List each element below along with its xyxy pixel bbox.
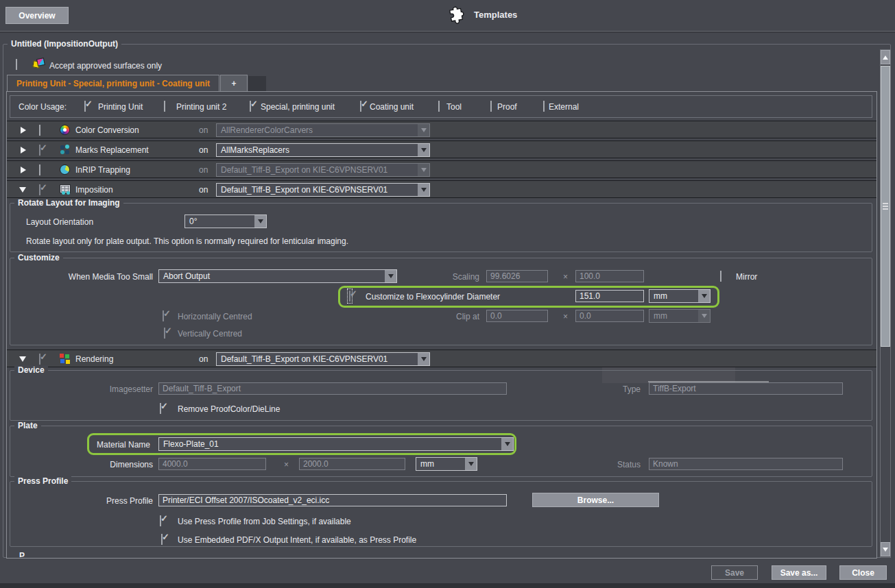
horizontally-centred-label: Horizontally Centred [178,312,252,321]
layout-orientation-dropdown[interactable]: 0° [184,215,267,228]
status-field[interactable] [649,458,843,470]
expander-right-icon[interactable] [21,147,26,154]
color-usage-coating-unit-checkbox[interactable] [360,101,361,112]
step-label: Color Conversion [75,125,139,135]
color-usage-external-checkbox[interactable] [543,101,545,112]
color-usage-option-label: Proof [497,102,517,112]
color-usage-printing-unit-checkbox[interactable] [84,101,86,112]
step-label: Rendering [75,354,113,364]
on-label: on [199,354,208,364]
dropdown-arrow-icon [254,215,266,228]
horizontally-centred-checkbox[interactable] [163,310,164,321]
dropdown-arrow-icon [501,438,513,450]
browse-button[interactable]: Browse... [532,493,659,507]
dimension-y-field[interactable] [299,458,405,470]
dimension-x-field[interactable] [158,458,266,470]
scroll-down-button[interactable] [881,542,890,556]
mirror-label: Mirror [736,272,757,282]
header-bar: Overview Templates [0,0,895,32]
device-type-field[interactable] [649,382,843,395]
overview-button[interactable]: Overview [5,7,69,24]
expander-right-icon[interactable] [21,127,26,134]
color-usage-printing-unit-2-checkbox[interactable] [164,101,165,112]
scroll-up-button[interactable] [881,50,890,64]
close-button[interactable]: Close [839,565,887,580]
scaling-x-field[interactable] [486,270,548,282]
times-symbol: × [284,460,289,469]
marks-replacement-checkbox[interactable] [39,145,40,156]
rendering-target-dropdown[interactable]: Default_Tiff-B_Export on KIE-C6VPNSERV01 [216,352,430,366]
dropdown-value: Abort Output [159,270,385,282]
flexocylinder-checkbox[interactable] [349,291,350,302]
color-conversion-checkbox[interactable] [39,125,40,136]
use-pdfx-intent-checkbox[interactable] [161,534,163,545]
accept-approved-checkbox[interactable] [16,59,17,70]
save-as-button[interactable]: Save as... [772,565,826,580]
step-row-inrip-trapping: InRIP Trapping on Default_Tiff-B_Export … [7,160,876,178]
clip-x-field[interactable] [486,310,548,322]
groupbox-title: Untitled (ImpositionOutput) [8,39,121,49]
step-label: InRIP Trapping [75,165,130,175]
remove-proofcolor-checkbox[interactable] [160,403,161,414]
dropdown-arrow-icon [418,353,429,365]
on-label: on [199,185,208,195]
color-usage-option-label: Printing Unit [98,102,143,112]
imposition-checkbox[interactable] [39,184,40,195]
templates-window: Overview Templates Untitled (ImpositionO… [0,0,895,588]
device-group: Device Imagesetter Type Remove ProofColo… [10,370,872,421]
remove-proofcolor-label: Remove ProofColor/DieLine [178,404,280,414]
marks-replacement-target-dropdown[interactable]: AllMarksReplacers [216,143,430,157]
use-pdfx-intent-label: Use Embedded PDF/X Output Intent, if ava… [178,535,416,545]
dropdown-value: AllRendererColorCarvers [217,124,418,136]
save-button[interactable]: Save [711,565,758,580]
step-row-imposition: Imposition on Default_Tiff-B_Export on K… [7,180,876,198]
dropdown-arrow-icon [418,184,429,196]
imposition-icon [60,184,71,193]
marks-replacement-icon [60,144,71,155]
dropdown-arrow-icon [418,164,429,176]
dropdown-value: Default_Tiff-B_Export on KIE-C6VPNSERV01 [217,184,418,196]
scaling-y-field[interactable] [575,270,644,282]
arrow-up-icon [883,53,888,60]
press-profile-field[interactable] [158,494,507,506]
scrollbar-thumb[interactable] [881,66,890,347]
clip-unit-dropdown[interactable]: mm [649,309,711,323]
mirror-checkbox[interactable] [720,271,721,282]
step-label: Imposition [75,185,113,195]
color-usage-proof-checkbox[interactable] [490,101,492,112]
on-label: on [199,125,208,135]
expander-right-icon[interactable] [21,167,26,173]
dimension-unit-dropdown[interactable]: mm [416,457,477,471]
approval-stamp-icon [33,58,44,69]
dropdown-value: AllMarksReplacers [217,144,418,156]
expander-down-icon[interactable] [19,356,26,362]
color-usage-special-printing-unit-checkbox[interactable] [250,101,251,112]
rendering-checkbox[interactable] [39,354,40,365]
inrip-trapping-target-dropdown[interactable]: Default_Tiff-B_Export on KIE-C6VPNSERV01 [216,163,430,177]
press-profile-group: Press Profile Press Profile Browse... Us… [10,481,872,547]
inrip-trapping-icon [60,164,70,175]
expander-down-icon[interactable] [19,187,26,193]
puzzle-icon [447,5,468,25]
inrip-trapping-checkbox[interactable] [39,164,40,175]
color-usage-tool-checkbox[interactable] [438,101,440,112]
material-name-dropdown[interactable]: Flexo-Plate_01 [158,437,514,451]
group-title: Plate [14,421,41,430]
flexocylinder-diameter-field[interactable] [575,290,644,302]
imposition-target-dropdown[interactable]: Default_Tiff-B_Export on KIE-C6VPNSERV01 [216,183,430,197]
tab-printing-units[interactable]: Printing Unit - Special, printing unit -… [7,75,219,91]
vertically-centred-checkbox[interactable] [164,328,165,339]
color-conversion-target-dropdown[interactable]: AllRendererColorCarvers [216,123,430,137]
rendering-icon [60,354,71,364]
flexocylinder-unit-dropdown[interactable]: mm [649,289,711,303]
clip-y-field[interactable] [575,310,644,322]
clipped-group-label: P [19,551,25,557]
dropdown-arrow-icon [385,270,396,282]
add-tab-button[interactable]: + [220,75,248,91]
dropdown-value: 0° [185,215,254,228]
when-media-too-small-dropdown[interactable]: Abort Output [158,269,397,283]
imagesetter-field[interactable] [158,382,507,395]
press-profile-label: Press Profile [69,496,153,506]
use-press-profile-checkbox[interactable] [160,515,161,526]
dropdown-arrow-icon [465,458,477,470]
